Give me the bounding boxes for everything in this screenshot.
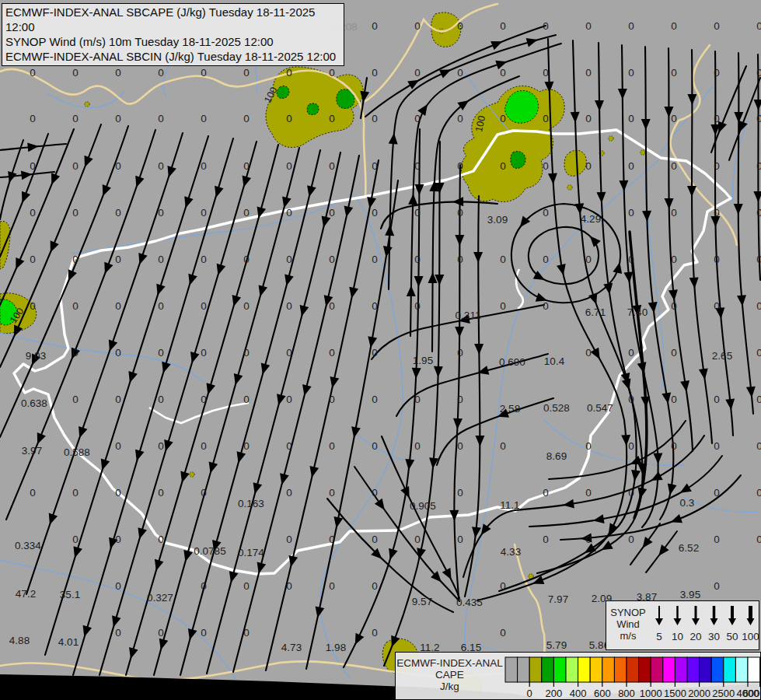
cin-zero-label: 0 bbox=[158, 347, 164, 359]
cin-zero-label: 0 bbox=[671, 207, 677, 219]
streamline-arrow-icon bbox=[135, 253, 148, 266]
cin-zero-label: 0 bbox=[30, 113, 36, 124]
cin-zero-label: 0 bbox=[414, 207, 421, 219]
cin-value-label: 10.4 bbox=[544, 355, 565, 367]
streamline-arrow-icon bbox=[385, 225, 394, 236]
streamline-arrow-icon bbox=[753, 191, 761, 202]
river bbox=[0, 560, 241, 688]
cin-value-label: 0.435 bbox=[456, 597, 483, 608]
cin-zero-label: 0 bbox=[756, 300, 761, 312]
cape-dot bbox=[85, 102, 89, 107]
cin-zero-label: 0 bbox=[372, 67, 378, 79]
cin-value-label: 0.0785 bbox=[194, 545, 225, 557]
cin-zero-label: 0 bbox=[756, 394, 761, 405]
streamline-arrow-icon bbox=[414, 184, 424, 195]
cin-zero-label: 0 bbox=[72, 207, 79, 219]
cin-zero-label: 0 bbox=[201, 440, 207, 452]
cin-zero-label: 0 bbox=[543, 113, 549, 124]
cin-zero-label: 0 bbox=[543, 300, 549, 312]
cin-zero-label: 0 bbox=[30, 254, 36, 265]
cin-zero-label: 0 bbox=[158, 300, 164, 312]
cin-zero-label: 0 bbox=[457, 440, 463, 452]
cin-zero-label: 0 bbox=[457, 160, 463, 172]
cin-zero-label: 0 bbox=[414, 67, 421, 79]
streamline-arrow-icon bbox=[548, 173, 558, 185]
streamline-arrow-icon bbox=[313, 606, 325, 618]
cape-legend-label-line: CAPE bbox=[396, 669, 504, 681]
cin-zero-label: 0 bbox=[243, 300, 250, 312]
cin-zero-label: 0 bbox=[414, 160, 421, 172]
streamline-arrow-icon bbox=[307, 466, 319, 478]
title-line-sbcape: ECMWF-INDEX-ANAL SBCAPE (J/kg) Tuesday 1… bbox=[5, 5, 339, 34]
cape-legend-label: ECMWF-INDEX-ANAL CAPE J/kg bbox=[396, 653, 504, 699]
colorbar-tick-label: 1000 bbox=[640, 688, 662, 699]
streamline-arrow-icon bbox=[655, 544, 669, 558]
cin-zero-label: 0 bbox=[628, 113, 634, 124]
streamline-arrow-icon bbox=[474, 344, 483, 355]
streamline-arrow-icon bbox=[642, 211, 651, 222]
cin-zero-label: 0 bbox=[585, 440, 592, 452]
cin-zero-label: 0 bbox=[158, 254, 164, 265]
cin-zero-label: 0 bbox=[115, 394, 121, 405]
streamline-arrow-icon bbox=[439, 65, 453, 79]
cape-area bbox=[307, 103, 319, 115]
title-line-sbcin: ECMWF-INDEX-ANAL SBCIN (J/kg) Tuesday 18… bbox=[5, 49, 339, 64]
streamline-arrow-icon bbox=[407, 285, 416, 296]
cin-value-label: 0.528 bbox=[543, 402, 570, 414]
cin-zero-label: 0 bbox=[500, 20, 506, 32]
cin-zero-label: 0 bbox=[628, 487, 634, 499]
cin-zero-label: 0 bbox=[457, 20, 463, 32]
colorbar-cell bbox=[529, 657, 542, 682]
cin-zero-label: 0 bbox=[372, 20, 378, 32]
streamline-arrow-icon bbox=[250, 482, 262, 495]
cin-zero-label: 0 bbox=[585, 160, 592, 172]
cin-zero-label: 0 bbox=[671, 67, 677, 79]
streamline-arrow-icon bbox=[648, 302, 659, 313]
cin-zero-label: 0 bbox=[714, 254, 720, 265]
cin-zero-label: 0 bbox=[585, 347, 592, 359]
streamline-arrow-icon bbox=[375, 499, 389, 513]
colorbar-cell bbox=[724, 657, 736, 682]
wind-legend-label: SYNOP Wind m/s bbox=[606, 601, 650, 649]
cin-zero-label: 0 bbox=[457, 394, 463, 405]
cin-zero-label: 0 bbox=[30, 67, 36, 79]
cin-zero-label: 0 bbox=[372, 347, 378, 359]
streamline-arrow-icon bbox=[619, 180, 628, 191]
wind-speed-legend: SYNOP Wind m/s 510203050100 bbox=[606, 600, 759, 650]
cin-zero-label: 0 bbox=[201, 67, 207, 79]
cin-zero-label: 0 bbox=[72, 534, 79, 545]
cape-colorbar-legend: ECMWF-INDEX-ANAL CAPE J/kg 0200400600800… bbox=[395, 652, 761, 700]
colorbar-tick-label: 6000 bbox=[743, 688, 760, 699]
cin-zero-label: 0 bbox=[158, 440, 164, 452]
streamline-arrow-icon bbox=[258, 363, 270, 376]
wind-speed-value: 10 bbox=[672, 631, 683, 642]
streamline-arrow-icon bbox=[435, 275, 444, 285]
cin-zero-label: 0 bbox=[714, 300, 720, 312]
cape-dot bbox=[567, 185, 572, 190]
cin-value-label: 6.52 bbox=[679, 542, 699, 554]
cin-zero-label: 0 bbox=[756, 207, 761, 219]
cin-zero-label: 0 bbox=[671, 300, 677, 312]
streamline-arrow-icon bbox=[27, 142, 39, 152]
colorbar-cell bbox=[602, 657, 615, 682]
cin-zero-label: 0 bbox=[329, 440, 335, 452]
cin-value-label: 1.95 bbox=[413, 355, 433, 366]
cin-zero-label: 0 bbox=[714, 394, 720, 405]
cin-zero-label: 0 bbox=[714, 580, 720, 592]
cin-zero-label: 0 bbox=[585, 20, 592, 32]
cin-value-label: 0.905 bbox=[410, 500, 436, 512]
cin-zero-label: 0 bbox=[414, 300, 421, 312]
streamline-arrow-icon bbox=[99, 184, 111, 198]
cin-zero-label: 0 bbox=[115, 534, 121, 545]
cin-zero-label: 0 bbox=[457, 347, 463, 359]
streamline-arrow-icon bbox=[649, 471, 663, 485]
streamline-arrow-icon bbox=[428, 272, 438, 283]
cin-zero-label: 0 bbox=[329, 254, 335, 265]
cin-zero-label: 0 bbox=[201, 487, 207, 499]
cin-zero-label: 0 bbox=[414, 440, 421, 452]
cin-zero-label: 0 bbox=[414, 534, 421, 545]
colorbar-tick-label: 800 bbox=[618, 688, 635, 699]
cin-zero-label: 0 bbox=[414, 254, 421, 265]
cin-value-label: 35.1 bbox=[60, 589, 80, 600]
river bbox=[72, 196, 403, 678]
